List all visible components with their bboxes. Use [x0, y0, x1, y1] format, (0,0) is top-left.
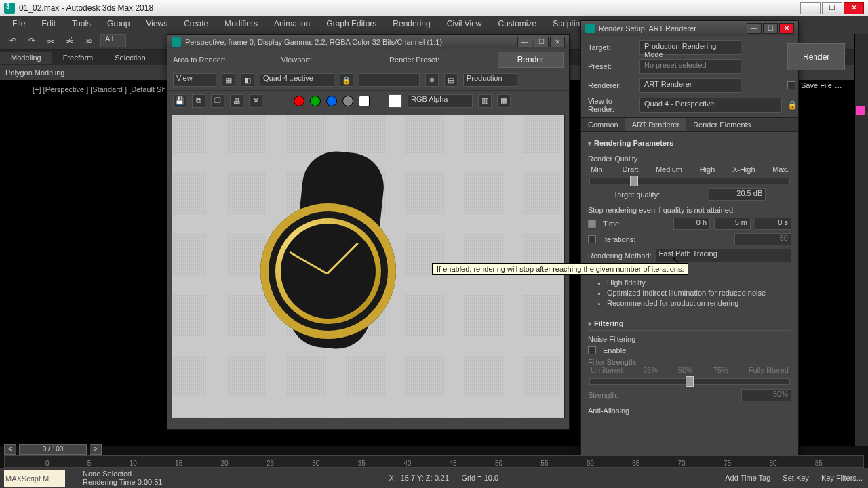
ribbon-tab-freeform[interactable]: Freeform	[52, 52, 104, 64]
time-position[interactable]: 0 / 100	[19, 444, 87, 455]
tick: 75	[724, 460, 731, 467]
app-minimize-button[interactable]: —	[800, 2, 821, 14]
toggle-ui-icon[interactable]: ▦	[497, 94, 511, 108]
app-maximize-button[interactable]: ☐	[822, 2, 842, 14]
render-setup-render-button[interactable]: Render	[787, 43, 845, 70]
view-to-render-select[interactable]: Quad 4 - Perspective	[639, 98, 782, 113]
fpt-bullet-2: Optimized indirect illumination for redu…	[607, 288, 791, 298]
save-image-icon[interactable]: 💾	[173, 94, 186, 108]
time-prev-button[interactable]: <	[4, 444, 16, 455]
render-button[interactable]: Render	[498, 52, 564, 68]
copy-image-icon[interactable]: ⧉	[192, 94, 205, 108]
time-seconds-input[interactable]: 0 s	[755, 218, 791, 230]
menu-graph-editors[interactable]: Graph Editors	[318, 18, 384, 30]
unlink-button[interactable]: ⫘̸	[62, 33, 77, 48]
menu-tools[interactable]: Tools	[64, 18, 99, 30]
render-mode-select[interactable]: Production	[463, 73, 517, 87]
stop-rendering-label: Stop rendering even if quality is not at…	[588, 206, 791, 214]
preset-select[interactable]: No preset selected	[639, 59, 741, 74]
menu-edit[interactable]: Edit	[33, 18, 64, 30]
menu-create[interactable]: Create	[176, 18, 216, 30]
enable-filtering-checkbox[interactable]	[588, 346, 596, 354]
app-close-button[interactable]: ✕	[844, 2, 864, 14]
toggle-overlay-icon[interactable]: ▥	[478, 94, 492, 108]
time-next-button[interactable]: >	[90, 444, 102, 455]
render-frame-maximize[interactable]: ☐	[534, 37, 549, 47]
rendering-parameters-title: Rendering Parameters	[594, 139, 673, 147]
iterations-input[interactable]: 50	[734, 233, 791, 245]
schematic-button[interactable]: ≋	[81, 33, 96, 48]
channel-red[interactable]	[294, 96, 304, 106]
menu-modifiers[interactable]: Modifiers	[216, 18, 266, 30]
link-button[interactable]: ⫘	[43, 33, 58, 48]
maxscript-listener[interactable]: MAXScript Mi	[4, 470, 65, 487]
menu-file[interactable]: File	[4, 18, 33, 30]
lock-viewport-icon[interactable]: 🔒	[340, 73, 353, 87]
filtering-title: Filtering	[594, 319, 623, 327]
menu-views[interactable]: Views	[138, 18, 176, 30]
time-minutes-input[interactable]: 5 m	[714, 218, 751, 230]
tab-common[interactable]: Common	[581, 118, 625, 131]
rendering-method-select[interactable]: Fast Path Tracing	[656, 249, 791, 262]
area-to-render-select[interactable]: View	[173, 73, 216, 87]
render-setup-minimize[interactable]: —	[747, 23, 762, 34]
channel-blue[interactable]	[326, 96, 337, 106]
renderer-select[interactable]: ART Renderer	[639, 78, 741, 93]
menu-rendering[interactable]: Rendering	[384, 18, 438, 30]
tick: 55	[540, 460, 548, 467]
ribbon-tab-selection[interactable]: Selection	[104, 52, 156, 64]
command-panel-strip[interactable]	[854, 34, 868, 446]
time-slider[interactable]: < 0 / 100 >	[4, 443, 864, 455]
time-checkbox[interactable]	[588, 220, 596, 228]
save-file-checkbox[interactable]	[787, 81, 795, 89]
time-hours-input[interactable]: 0 h	[673, 218, 710, 230]
strength-input[interactable]: 50%	[741, 389, 791, 401]
material-swatch[interactable]	[856, 106, 865, 115]
tab-art-renderer[interactable]: ART Renderer	[625, 118, 687, 131]
auto-region-icon[interactable]: ◧	[241, 73, 254, 87]
menu-customize[interactable]: Customize	[490, 18, 545, 30]
render-frame-window: Perspective, frame 0, Display Gamma: 2.2…	[167, 34, 570, 430]
environment-icon[interactable]: ☀	[425, 73, 439, 87]
clear-icon[interactable]: ✕	[249, 94, 262, 108]
render-frame-minimize[interactable]: —	[517, 37, 532, 47]
iterations-checkbox[interactable]	[588, 235, 596, 243]
channel-mono[interactable]	[359, 96, 370, 106]
collapse-icon-2[interactable]: ▾	[588, 320, 591, 327]
tick: 20	[221, 460, 229, 467]
save-file-browse[interactable]: …	[835, 81, 842, 89]
target-select[interactable]: Production Rendering Mode	[639, 40, 741, 55]
tab-render-elements[interactable]: Render Elements	[686, 118, 757, 131]
effects-icon[interactable]: ▤	[444, 73, 458, 87]
time-ruler[interactable]: 0 5 10 15 20 25 30 35 40 45 50 55 60 65 …	[4, 455, 864, 468]
render-preset-select[interactable]	[359, 73, 420, 87]
render-frame-close[interactable]: ✕	[550, 37, 565, 47]
add-time-tag-button[interactable]: Add Time Tag	[725, 474, 770, 482]
lock-view-icon[interactable]: 🔒	[787, 100, 845, 110]
key-filters-button[interactable]: Key Filters...	[821, 474, 863, 482]
menu-civil-view[interactable]: Civil View	[439, 18, 490, 30]
clone-window-icon[interactable]: ❐	[211, 94, 224, 108]
render-setup-maximize[interactable]: ☐	[763, 23, 778, 34]
selection-filter[interactable]: All	[100, 34, 126, 47]
quality-mark-high: High	[700, 165, 715, 174]
channel-green[interactable]	[310, 96, 321, 106]
render-setup-close[interactable]: ✕	[779, 23, 794, 34]
channel-alpha[interactable]	[342, 96, 353, 106]
filter-strength-slider[interactable]	[589, 378, 790, 385]
target-quality-input[interactable]: 20.5 dB	[709, 188, 766, 201]
print-icon[interactable]: 🖶	[230, 94, 243, 108]
redo-button[interactable]: ↷	[24, 33, 39, 48]
bg-color-swatch[interactable]	[389, 94, 402, 108]
set-key-button[interactable]: Set Key	[783, 474, 809, 482]
ribbon-tab-modeling[interactable]: Modeling	[0, 52, 52, 64]
menu-group[interactable]: Group	[99, 18, 138, 30]
viewport-label[interactable]: [+] [Perspective ] [Standard ] [Default …	[33, 85, 166, 94]
quality-slider[interactable]	[589, 178, 790, 184]
viewport-select[interactable]: Quad 4 ..ective	[260, 73, 334, 87]
channel-select[interactable]: RGB Alpha	[408, 94, 473, 108]
region-icon[interactable]: ▦	[222, 73, 235, 87]
collapse-icon[interactable]: ▾	[588, 140, 591, 147]
undo-button[interactable]: ↶	[5, 33, 20, 48]
menu-animation[interactable]: Animation	[266, 18, 318, 30]
